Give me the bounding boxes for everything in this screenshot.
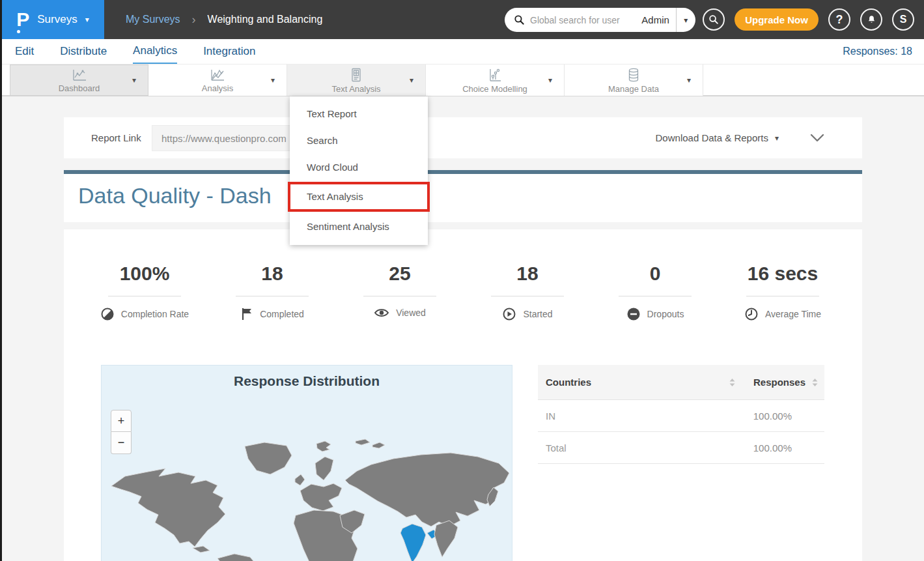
- eye-icon: [374, 307, 389, 319]
- tab-label: Analysis: [202, 83, 233, 93]
- stat-label: Completed: [260, 309, 304, 319]
- help-button[interactable]: ?: [828, 8, 850, 31]
- tab-choice-modelling[interactable]: Choice Modelling ▾: [426, 65, 565, 96]
- responses-cell: 100.00%: [753, 410, 824, 422]
- landmass-asia: [345, 453, 509, 526]
- zoom-out-button[interactable]: −: [111, 432, 132, 454]
- stat-value: 18: [261, 262, 283, 285]
- stat-viewed: 25 Viewed: [336, 262, 464, 321]
- user-avatar[interactable]: S: [892, 8, 914, 31]
- map-zoom-controls: + −: [111, 410, 132, 454]
- scatter-chart-icon: [487, 67, 503, 83]
- chevron-down-icon: ▾: [775, 134, 779, 142]
- landmass-south-america: [217, 554, 258, 561]
- analytics-tabbar: Dashboard ▾ Analysis ▾ Text Analysis ▾: [0, 64, 924, 96]
- stat-label: Started: [523, 309, 552, 319]
- search-icon: [708, 14, 719, 25]
- nav-integration[interactable]: Integration: [203, 39, 255, 64]
- country-cell: IN: [538, 410, 753, 422]
- responses-cell: 100.00%: [753, 442, 824, 453]
- tab-dashboard[interactable]: Dashboard ▾: [10, 65, 148, 96]
- global-search-bar[interactable]: Admin ▾: [505, 8, 695, 32]
- tab-label: Text Analysis: [331, 84, 380, 94]
- line-chart-icon: [71, 68, 88, 82]
- nav-analytics[interactable]: Analytics: [133, 39, 177, 64]
- top-header: P Surveys ▾ My Surveys › Weighting and B…: [0, 0, 924, 39]
- stat-started: 18 Started: [464, 262, 591, 321]
- app-label: Surveys: [37, 13, 77, 26]
- column-header-countries[interactable]: Countries: [538, 377, 729, 388]
- menu-item-word-cloud[interactable]: Word Cloud: [290, 154, 428, 180]
- stat-completion-rate: 100% Completion Rate: [81, 262, 208, 321]
- upgrade-now-button[interactable]: Upgrade Now: [735, 8, 819, 31]
- search-icon: [514, 14, 525, 25]
- zoom-in-button[interactable]: +: [111, 410, 132, 432]
- chevron-down-icon[interactable]: ▾: [271, 76, 275, 85]
- tab-text-analysis[interactable]: Text Analysis ▾: [287, 65, 426, 96]
- collapse-chevron-icon[interactable]: [810, 133, 824, 142]
- breadcrumb-separator-icon: ›: [192, 13, 196, 27]
- tab-analysis[interactable]: Analysis ▾: [148, 65, 287, 96]
- stat-average-time: 16 secs Average Time: [719, 262, 847, 321]
- nav-distribute[interactable]: Distribute: [60, 39, 107, 64]
- stat-completed: 18 Completed: [208, 262, 336, 321]
- global-search-input[interactable]: [530, 15, 637, 25]
- chevron-down-icon[interactable]: ▾: [687, 76, 691, 85]
- sort-icon: [812, 378, 818, 387]
- dashboard-title-card: Data Quality - Dash: [64, 170, 862, 222]
- nav-edit[interactable]: Edit: [15, 39, 34, 64]
- download-data-reports-dropdown[interactable]: Download Data & Reports ▾: [656, 117, 779, 158]
- tab-label: Dashboard: [59, 83, 100, 93]
- text-document-icon: [348, 67, 364, 83]
- dashboard-content-card: 100% Completion Rate 18: [64, 229, 862, 561]
- search-scope-label[interactable]: Admin: [637, 14, 676, 25]
- survey-nav: Edit Distribute Analytics Integration Re…: [0, 39, 924, 64]
- menu-item-search[interactable]: Search: [290, 127, 428, 154]
- stat-label: Viewed: [396, 308, 426, 318]
- stat-value: 100%: [120, 262, 170, 285]
- breadcrumb: My Surveys › Weighting and Balancing: [126, 0, 322, 39]
- search-scope-caret-icon[interactable]: ▾: [677, 16, 695, 24]
- survey-title: Weighting and Balancing: [208, 14, 323, 25]
- surveys-menu-button[interactable]: P Surveys ▾: [1, 0, 104, 39]
- landmass-greenland: [245, 442, 292, 474]
- chevron-down-icon[interactable]: ▾: [548, 76, 552, 85]
- countries-table-header: Countries Responses: [538, 365, 824, 400]
- stat-dropouts: 0 Dropouts: [591, 262, 719, 321]
- chevron-down-icon[interactable]: ▾: [132, 76, 136, 85]
- column-header-responses[interactable]: Responses: [753, 377, 824, 388]
- clock-icon: [744, 307, 759, 321]
- report-link-bar: Report Link Download Data & Reports ▾: [64, 117, 862, 158]
- search-button[interactable]: [703, 8, 725, 31]
- world-map[interactable]: [102, 437, 512, 561]
- countries-table: Countries Responses: [538, 365, 824, 464]
- completion-rate-icon: [100, 307, 115, 321]
- country-india[interactable]: [400, 524, 426, 561]
- responses-count: Responses: 18: [843, 46, 912, 57]
- text-analysis-menu: Text Report Search Word Cloud Text Analy…: [290, 96, 428, 245]
- table-row: IN 100.00%: [538, 400, 824, 432]
- stat-value: 16 secs: [748, 262, 818, 285]
- tab-manage-data[interactable]: Manage Data ▾: [565, 65, 703, 96]
- menu-item-text-analysis[interactable]: Text Analysis: [288, 182, 430, 212]
- avatar-initial: S: [900, 14, 907, 25]
- notifications-button[interactable]: [860, 8, 882, 31]
- download-data-reports-label: Download Data & Reports: [656, 132, 768, 143]
- menu-item-sentiment-analysis[interactable]: Sentiment Analysis: [290, 213, 428, 240]
- tab-label: Manage Data: [608, 84, 659, 94]
- bell-icon: [866, 14, 877, 25]
- breadcrumb-my-surveys[interactable]: My Surveys: [126, 14, 180, 25]
- minus-circle-icon: [626, 307, 641, 321]
- play-circle-icon: [502, 307, 516, 321]
- menu-item-text-report[interactable]: Text Report: [290, 100, 428, 127]
- sort-icon[interactable]: [729, 378, 735, 387]
- stat-label: Average Time: [765, 309, 821, 319]
- app-window: P Surveys ▾ My Surveys › Weighting and B…: [0, 0, 924, 561]
- stat-value: 0: [650, 262, 661, 285]
- response-distribution-panel: Response Distribution + −: [101, 365, 512, 561]
- survey-stats-row: 100% Completion Rate 18: [81, 262, 847, 321]
- chevron-down-icon: ▾: [85, 16, 89, 23]
- map-title: Response Distribution: [102, 373, 512, 389]
- chevron-down-icon[interactable]: ▾: [410, 76, 413, 85]
- stat-label: Completion Rate: [121, 309, 189, 319]
